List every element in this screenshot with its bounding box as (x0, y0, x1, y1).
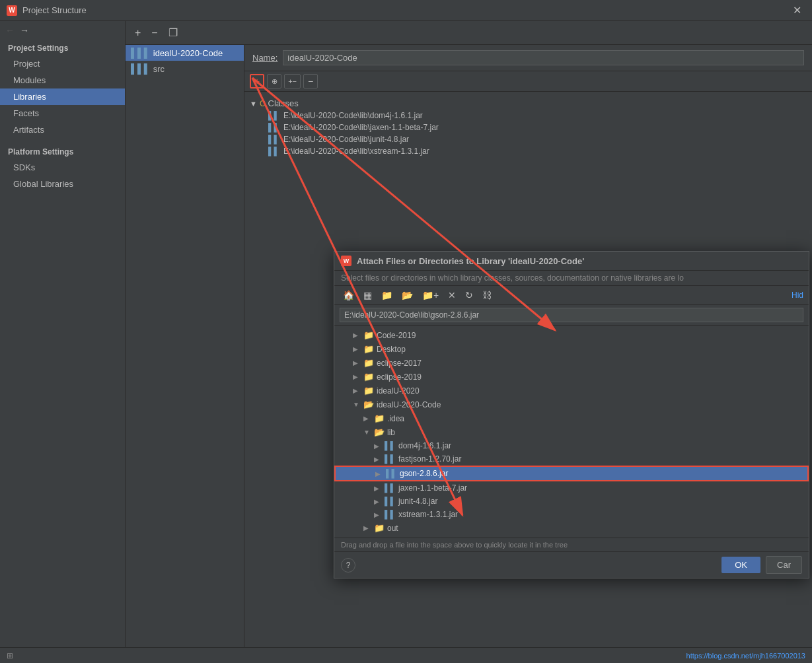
dialog-cancel-button[interactable]: Car (766, 556, 802, 574)
jar-icon: ▌▌ (385, 483, 396, 493)
tree-entry-junit[interactable]: ▌▌ E:\idealU-2020-Code\lib\junit-4.8.jar (250, 133, 807, 145)
close-button[interactable]: ✕ (789, 3, 805, 18)
dialog-refresh-btn[interactable]: ↻ (462, 289, 476, 302)
dtree-item-fastjson[interactable]: ▶ ▌▌ fastjson-1.2.70.jar (334, 452, 809, 466)
dialog-help-button[interactable]: ? (341, 558, 355, 573)
add-sources-button[interactable]: ⊕ (267, 74, 281, 88)
name-label: Name: (252, 53, 277, 63)
jar-icon-junit: ▌▌ (268, 135, 279, 144)
dtree-arrow: ▶ (374, 498, 382, 505)
dtree-label: gson-2.8.6.jar (400, 469, 448, 478)
dtree-item-idea[interactable]: ▶ 📁 .idea (334, 411, 809, 425)
dtree-item-dom4j[interactable]: ▶ ▌▌ dom4j-1.6.1.jar (334, 439, 809, 452)
dialog-status-bar: Drag and drop a file into the space abov… (334, 538, 809, 551)
classes-label[interactable]: ▼ C Classes (250, 97, 807, 110)
nav-forward[interactable]: → (20, 25, 29, 36)
dtree-label: eclipse-2019 (377, 372, 422, 382)
lib-icon: ▌▌▌ (131, 48, 151, 58)
dtree-item-junit[interactable]: ▶ ▌▌ junit-4.8.jar (334, 495, 809, 508)
dialog-path-input[interactable] (340, 308, 803, 322)
app-icon: W (7, 5, 17, 16)
sidebar-item-modules[interactable]: Modules (0, 72, 125, 88)
dialog-subtitle: Select files or directories in which lib… (334, 271, 809, 286)
sidebar-item-libraries[interactable]: Libraries (0, 88, 125, 105)
dialog-tree: ▶ 📁 Code-2019 ▶ 📁 Desktop ▶ 📁 eclipse-20… (334, 326, 809, 538)
dtree-item-gson[interactable]: ▶ ▌▌ gson-2.8.6.jar (334, 466, 809, 481)
dialog-hide-btn[interactable]: Hid (792, 291, 803, 300)
dtree-arrow: ▶ (374, 485, 382, 492)
dialog-folder-btn[interactable]: 📁 (378, 289, 396, 302)
dtree-item-code-2019[interactable]: ▶ 📁 Code-2019 (334, 328, 809, 342)
dtree-item-idealU-2020-Code[interactable]: ▼ 📂 idealU-2020-Code (334, 398, 809, 411)
dtree-item-eclipse-2019[interactable]: ▶ 📁 eclipse-2019 (334, 370, 809, 384)
dialog-icon: W (341, 256, 351, 266)
sidebar-item-project[interactable]: Project (0, 55, 125, 72)
dtree-arrow: ▼ (363, 429, 371, 436)
dtree-arrow: ▶ (374, 456, 382, 463)
dtree-label: eclipse-2017 (377, 359, 422, 368)
dtree-arrow: ▶ (353, 345, 361, 353)
tree-entry-xstream[interactable]: ▌▌ E:\idealU-2020-Code\lib\xstream-1.3.1… (250, 145, 807, 157)
dtree-item-jaxen[interactable]: ▶ ▌▌ jaxen-1.1-beta-7.jar (334, 481, 809, 495)
bottom-bar: ⊞ https://blog.csdn.net/mjh1667002013 (0, 647, 812, 663)
folder-icon: 📁 (363, 386, 374, 396)
dtree-arrow: ▼ (353, 401, 361, 408)
remove-entry-button[interactable]: − (303, 74, 318, 88)
dialog-view-btn[interactable]: ▦ (360, 289, 375, 302)
dialog-link-btn[interactable]: ⛓ (479, 289, 495, 302)
folder-icon: 📁 (363, 358, 374, 368)
dialog-toolbar-left: 🏠 ▦ 📁 📂 📁+ ✕ ↻ ⛓ (340, 289, 495, 302)
dialog-title: Attach Files or Directories to Library '… (357, 256, 584, 266)
dtree-arrow: ▶ (353, 332, 361, 339)
lib-item-src[interactable]: ▌▌▌ src (126, 61, 244, 77)
add-javadoc-button[interactable]: +− (284, 74, 301, 88)
dialog-home-btn[interactable]: 🏠 (340, 289, 357, 302)
dialog-title-bar: W Attach Files or Directories to Library… (334, 252, 809, 271)
jar-icon: ▌▌ (386, 469, 397, 478)
folder-icon: 📁 (363, 372, 374, 382)
tree-entry-dom4j[interactable]: ▌▌ E:\idealU-2020-Code\lib\dom4j-1.6.1.j… (250, 110, 807, 122)
nav-arrows: ← → (0, 21, 125, 40)
tree-entry-label: E:\idealU-2020-Code\lib\dom4j-1.6.1.jar (283, 111, 423, 120)
sidebar-item-sdks[interactable]: SDKs (0, 159, 125, 176)
dtree-item-lib[interactable]: ▼ 📂 lib (334, 425, 809, 439)
dtree-label: out (387, 524, 398, 533)
dtree-label: idealU-2020-Code (377, 400, 441, 409)
folder-icon: 📂 (363, 400, 374, 409)
nav-back[interactable]: ← (5, 25, 15, 36)
dtree-label: dom4j-1.6.1.jar (398, 441, 451, 450)
classes-section: ▼ C Classes ▌▌ E:\idealU-2020-Code\lib\d… (244, 94, 812, 160)
tree-entry-jaxen[interactable]: ▌▌ E:\idealU-2020-Code\lib\jaxen-1.1-bet… (250, 122, 807, 133)
dialog-newfolder-btn[interactable]: 📁+ (419, 289, 442, 302)
jar-icon: ▌▌ (385, 497, 396, 506)
sidebar-item-artifacts[interactable]: Artifacts (0, 122, 125, 138)
sidebar-item-global-libraries[interactable]: Global Libraries (0, 176, 125, 192)
platform-settings-section: Platform Settings (0, 143, 125, 159)
lib-item-idealU-2020-Code[interactable]: ▌▌▌ idealU-2020-Code (126, 45, 244, 61)
dtree-item-xstream[interactable]: ▶ ▌▌ xstream-1.3.1.jar (334, 508, 809, 521)
dtree-item-eclipse-2017[interactable]: ▶ 📁 eclipse-2017 (334, 356, 809, 370)
sidebar-item-facets[interactable]: Facets (0, 105, 125, 122)
jar-icon-jaxen: ▌▌ (268, 123, 279, 132)
bottom-icon: ⊞ (7, 651, 13, 660)
dtree-label: jaxen-1.1-beta-7.jar (398, 483, 467, 493)
project-settings-section: Project Settings (0, 40, 125, 55)
remove-library-button[interactable]: − (149, 26, 160, 40)
dialog-ok-button[interactable]: OK (721, 557, 760, 573)
dialog-toolbar: 🏠 ▦ 📁 📂 📁+ ✕ ↻ ⛓ Hid (334, 286, 809, 305)
copy-library-button[interactable]: ❐ (166, 25, 180, 40)
dialog-folder2-btn[interactable]: 📂 (398, 289, 416, 302)
dtree-item-desktop[interactable]: ▶ 📁 Desktop (334, 342, 809, 356)
folder-icon: 📁 (374, 413, 385, 423)
dialog-delete-btn[interactable]: ✕ (445, 289, 459, 302)
library-list: ▌▌▌ idealU-2020-Code ▌▌▌ src (126, 45, 244, 663)
dtree-item-out[interactable]: ▶ 📁 out (334, 521, 809, 535)
window-title: Project Structure (22, 5, 789, 15)
add-library-button[interactable]: + (132, 26, 143, 40)
dtree-item-idealU-2020[interactable]: ▶ 📁 idealU-2020 (334, 384, 809, 398)
add-class-button[interactable]: + (250, 74, 264, 88)
name-input[interactable] (283, 50, 804, 65)
folder-icon: 📁 (363, 344, 374, 354)
lib-item-src-label: src (153, 64, 165, 74)
dtree-arrow: ▶ (363, 415, 371, 422)
